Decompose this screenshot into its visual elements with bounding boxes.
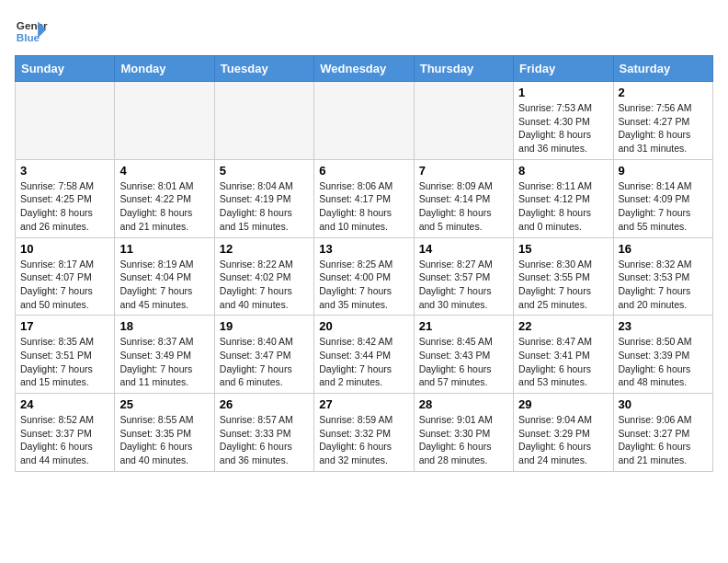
- calendar-cell: 12Sunrise: 8:22 AM Sunset: 4:02 PM Dayli…: [214, 237, 313, 316]
- calendar-cell: 29Sunrise: 9:04 AM Sunset: 3:29 PM Dayli…: [514, 394, 613, 472]
- cell-info: Sunrise: 8:59 AM Sunset: 3:32 PM Dayligh…: [319, 413, 408, 467]
- calendar-cell: 23Sunrise: 8:50 AM Sunset: 3:39 PM Dayli…: [613, 316, 712, 394]
- day-header-wednesday: Wednesday: [314, 56, 414, 82]
- cell-day-number: 26: [220, 397, 309, 411]
- day-header-thursday: Thursday: [414, 56, 513, 82]
- cell-info: Sunrise: 8:45 AM Sunset: 3:43 PM Dayligh…: [419, 335, 508, 389]
- calendar-cell: 21Sunrise: 8:45 AM Sunset: 3:43 PM Dayli…: [414, 316, 513, 394]
- cell-day-number: 2: [619, 86, 708, 99]
- calendar-cell: 5Sunrise: 8:04 AM Sunset: 4:19 PM Daylig…: [214, 159, 313, 237]
- calendar-header: SundayMondayTuesdayWednesdayThursdayFrid…: [16, 56, 713, 82]
- cell-info: Sunrise: 8:40 AM Sunset: 3:47 PM Dayligh…: [220, 335, 309, 389]
- cell-day-number: 19: [220, 319, 309, 333]
- calendar-cell: 11Sunrise: 8:19 AM Sunset: 4:04 PM Dayli…: [115, 237, 214, 316]
- cell-day-number: 6: [319, 164, 408, 178]
- calendar-cell: 18Sunrise: 8:37 AM Sunset: 3:49 PM Dayli…: [115, 316, 214, 394]
- cell-day-number: 1: [518, 86, 608, 99]
- calendar-cell: 19Sunrise: 8:40 AM Sunset: 3:47 PM Dayli…: [214, 316, 313, 394]
- calendar-week-2: 3Sunrise: 7:58 AM Sunset: 4:25 PM Daylig…: [16, 159, 713, 237]
- cell-day-number: 10: [20, 242, 109, 256]
- cell-day-number: 16: [619, 242, 708, 256]
- cell-info: Sunrise: 9:01 AM Sunset: 3:30 PM Dayligh…: [419, 413, 508, 467]
- cell-info: Sunrise: 7:58 AM Sunset: 4:25 PM Dayligh…: [20, 179, 109, 234]
- cell-info: Sunrise: 8:25 AM Sunset: 4:00 PM Dayligh…: [319, 258, 408, 312]
- cell-day-number: 3: [20, 164, 109, 178]
- cell-info: Sunrise: 8:42 AM Sunset: 3:44 PM Dayligh…: [319, 335, 408, 389]
- cell-info: Sunrise: 8:22 AM Sunset: 4:02 PM Dayligh…: [220, 258, 309, 312]
- calendar-cell: 13Sunrise: 8:25 AM Sunset: 4:00 PM Dayli…: [314, 237, 414, 316]
- calendar-cell: 16Sunrise: 8:32 AM Sunset: 3:53 PM Dayli…: [613, 237, 712, 316]
- cell-day-number: 30: [619, 397, 708, 411]
- calendar-table: SundayMondayTuesdayWednesdayThursdayFrid…: [15, 55, 713, 472]
- cell-info: Sunrise: 8:35 AM Sunset: 3:51 PM Dayligh…: [20, 335, 109, 389]
- cell-info: Sunrise: 8:30 AM Sunset: 3:55 PM Dayligh…: [518, 258, 608, 312]
- cell-day-number: 9: [619, 164, 708, 178]
- cell-day-number: 15: [518, 242, 608, 256]
- cell-day-number: 24: [20, 397, 109, 411]
- cell-day-number: 11: [119, 242, 209, 256]
- cell-info: Sunrise: 8:57 AM Sunset: 3:33 PM Dayligh…: [220, 413, 309, 467]
- calendar-cell: [16, 82, 115, 160]
- cell-info: Sunrise: 8:47 AM Sunset: 3:41 PM Dayligh…: [518, 335, 608, 389]
- cell-day-number: 14: [419, 242, 508, 256]
- cell-info: Sunrise: 9:04 AM Sunset: 3:29 PM Dayligh…: [518, 413, 608, 467]
- cell-info: Sunrise: 8:19 AM Sunset: 4:04 PM Dayligh…: [119, 258, 209, 312]
- calendar-cell: 17Sunrise: 8:35 AM Sunset: 3:51 PM Dayli…: [16, 316, 115, 394]
- calendar-cell: 24Sunrise: 8:52 AM Sunset: 3:37 PM Dayli…: [16, 394, 115, 472]
- calendar-cell: [314, 82, 414, 160]
- cell-day-number: 21: [419, 319, 508, 333]
- calendar-cell: 25Sunrise: 8:55 AM Sunset: 3:35 PM Dayli…: [115, 394, 214, 472]
- day-header-saturday: Saturday: [613, 56, 712, 82]
- cell-day-number: 8: [518, 164, 608, 178]
- calendar-cell: [115, 82, 214, 160]
- cell-day-number: 29: [518, 397, 608, 411]
- cell-day-number: 18: [119, 319, 209, 333]
- calendar-cell: 28Sunrise: 9:01 AM Sunset: 3:30 PM Dayli…: [414, 394, 513, 472]
- cell-info: Sunrise: 8:11 AM Sunset: 4:12 PM Dayligh…: [518, 179, 608, 234]
- logo: General Blue: [15, 15, 48, 48]
- cell-day-number: 28: [419, 397, 508, 411]
- header: General Blue: [15, 15, 713, 48]
- calendar-cell: 9Sunrise: 8:14 AM Sunset: 4:09 PM Daylig…: [613, 159, 712, 237]
- cell-day-number: 23: [619, 319, 708, 333]
- cell-day-number: 12: [220, 242, 309, 256]
- calendar-cell: 6Sunrise: 8:06 AM Sunset: 4:17 PM Daylig…: [314, 159, 414, 237]
- calendar-cell: [214, 82, 313, 160]
- calendar-week-1: 1Sunrise: 7:53 AM Sunset: 4:30 PM Daylig…: [16, 82, 713, 160]
- calendar-cell: 3Sunrise: 7:58 AM Sunset: 4:25 PM Daylig…: [16, 159, 115, 237]
- calendar-cell: 30Sunrise: 9:06 AM Sunset: 3:27 PM Dayli…: [613, 394, 712, 472]
- cell-info: Sunrise: 8:52 AM Sunset: 3:37 PM Dayligh…: [20, 413, 109, 467]
- cell-day-number: 4: [119, 164, 209, 178]
- cell-info: Sunrise: 8:14 AM Sunset: 4:09 PM Dayligh…: [619, 179, 708, 234]
- cell-info: Sunrise: 8:06 AM Sunset: 4:17 PM Dayligh…: [319, 179, 408, 234]
- cell-info: Sunrise: 8:55 AM Sunset: 3:35 PM Dayligh…: [119, 413, 209, 467]
- cell-day-number: 25: [119, 397, 209, 411]
- cell-info: Sunrise: 7:53 AM Sunset: 4:30 PM Dayligh…: [518, 101, 608, 155]
- calendar-cell: [414, 82, 513, 160]
- cell-info: Sunrise: 8:01 AM Sunset: 4:22 PM Dayligh…: [119, 179, 209, 234]
- calendar-week-3: 10Sunrise: 8:17 AM Sunset: 4:07 PM Dayli…: [16, 237, 713, 316]
- calendar-cell: 10Sunrise: 8:17 AM Sunset: 4:07 PM Dayli…: [16, 237, 115, 316]
- cell-day-number: 17: [20, 319, 109, 333]
- calendar-cell: 8Sunrise: 8:11 AM Sunset: 4:12 PM Daylig…: [514, 159, 613, 237]
- cell-info: Sunrise: 8:27 AM Sunset: 3:57 PM Dayligh…: [419, 258, 508, 312]
- calendar-cell: 1Sunrise: 7:53 AM Sunset: 4:30 PM Daylig…: [514, 82, 613, 160]
- day-header-friday: Friday: [514, 56, 613, 82]
- calendar-cell: 4Sunrise: 8:01 AM Sunset: 4:22 PM Daylig…: [115, 159, 214, 237]
- cell-day-number: 22: [518, 319, 608, 333]
- day-header-tuesday: Tuesday: [214, 56, 313, 82]
- calendar-week-5: 24Sunrise: 8:52 AM Sunset: 3:37 PM Dayli…: [16, 394, 713, 472]
- cell-info: Sunrise: 8:32 AM Sunset: 3:53 PM Dayligh…: [619, 258, 708, 312]
- calendar-cell: 20Sunrise: 8:42 AM Sunset: 3:44 PM Dayli…: [314, 316, 414, 394]
- calendar-cell: 27Sunrise: 8:59 AM Sunset: 3:32 PM Dayli…: [314, 394, 414, 472]
- cell-info: Sunrise: 7:56 AM Sunset: 4:27 PM Dayligh…: [619, 101, 708, 155]
- calendar-cell: 22Sunrise: 8:47 AM Sunset: 3:41 PM Dayli…: [514, 316, 613, 394]
- calendar-week-4: 17Sunrise: 8:35 AM Sunset: 3:51 PM Dayli…: [16, 316, 713, 394]
- cell-day-number: 27: [319, 397, 408, 411]
- day-header-monday: Monday: [115, 56, 214, 82]
- svg-text:Blue: Blue: [17, 31, 40, 43]
- cell-info: Sunrise: 8:37 AM Sunset: 3:49 PM Dayligh…: [119, 335, 209, 389]
- calendar-cell: 7Sunrise: 8:09 AM Sunset: 4:14 PM Daylig…: [414, 159, 513, 237]
- cell-info: Sunrise: 8:50 AM Sunset: 3:39 PM Dayligh…: [619, 335, 708, 389]
- calendar-cell: 2Sunrise: 7:56 AM Sunset: 4:27 PM Daylig…: [613, 82, 712, 160]
